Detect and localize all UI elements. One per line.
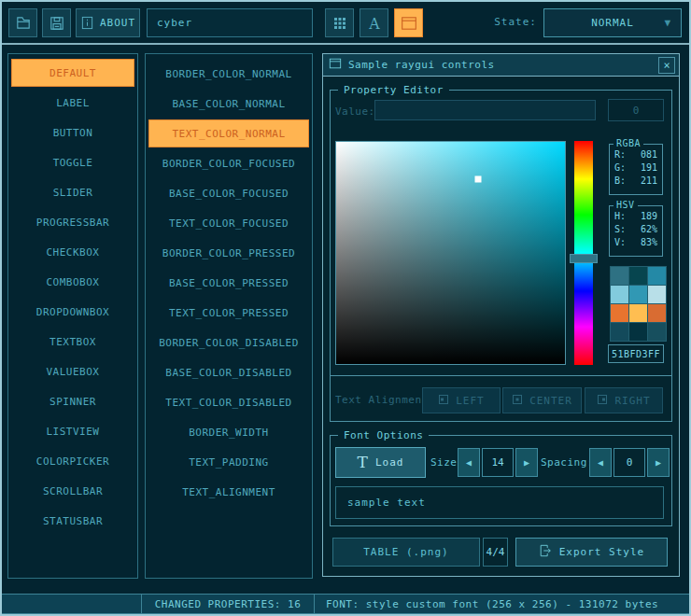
list-item-spinner[interactable]: SPINNER [11, 387, 134, 415]
prop-item-selected[interactable]: TEXT_COLOR_NORMAL [148, 119, 309, 147]
color-picker-cursor[interactable] [474, 176, 481, 183]
svg-text:A: A [368, 15, 380, 32]
size-increase-button[interactable]: ▶ [515, 448, 538, 477]
size-decrease-button[interactable]: ◀ [458, 448, 480, 477]
prop-item[interactable]: TEXT_COLOR_FOCUSED [148, 209, 309, 237]
property-editor-separator [330, 375, 672, 376]
prop-item[interactable]: BORDER_COLOR_FOCUSED [148, 149, 309, 177]
hsv-row-v: V:83% [610, 236, 662, 249]
state-dropdown-value: NORMAL [591, 17, 634, 29]
list-item-default[interactable]: DEFAULT [11, 59, 134, 87]
arrow-right-icon: ▶ [524, 457, 529, 468]
spacing-increase-button[interactable]: ▶ [647, 448, 670, 477]
font-options-label: Font Options [338, 429, 429, 441]
folder-open-icon [15, 15, 32, 32]
hue-slider-handle[interactable] [570, 254, 598, 263]
arrow-left-icon: ◀ [598, 457, 603, 468]
hsv-row-s: S:62% [610, 223, 662, 236]
prop-item[interactable]: BORDER_COLOR_PRESSED [148, 239, 309, 267]
controls-view-button[interactable] [394, 8, 423, 37]
font-load-label: Load [375, 456, 404, 469]
hsv-row-h: H:189 [610, 210, 662, 223]
prop-item[interactable]: TEXT_COLOR_DISABLED [148, 388, 309, 416]
palette-swatch[interactable] [629, 323, 647, 341]
list-item-checkbox[interactable]: CHECKBOX [11, 238, 134, 266]
about-button[interactable]: ABOUT [76, 8, 140, 37]
palette-swatch[interactable] [648, 323, 666, 341]
export-table-button[interactable]: TABLE (.png) [332, 538, 480, 567]
list-item-toggle[interactable]: TOGGLE [11, 148, 134, 176]
arrow-left-icon: ◀ [466, 457, 472, 468]
spacing-decrease-button[interactable]: ◀ [589, 448, 612, 477]
align-left-icon [438, 394, 449, 408]
properties-list: BORDER_COLOR_NORMAL BASE_COLOR_NORMAL TE… [145, 53, 313, 579]
style-name-input[interactable] [147, 8, 313, 37]
hex-color-value[interactable]: 51BFD3FF [608, 344, 664, 363]
align-right-icon [597, 394, 608, 408]
palette-swatch[interactable] [611, 304, 628, 322]
list-item-textbox[interactable]: TEXTBOX [11, 328, 134, 356]
list-item-listview[interactable]: LISTVIEW [11, 417, 134, 445]
palette-swatch[interactable] [611, 267, 628, 285]
value-label: Value: [335, 105, 375, 118]
spacing-label: Spacing: [541, 456, 594, 469]
palette-swatch[interactable] [648, 304, 666, 322]
prop-item[interactable]: BORDER_COLOR_NORMAL [148, 60, 309, 88]
font-t-icon: T [358, 455, 369, 470]
palette-swatch[interactable] [611, 286, 628, 303]
prop-item[interactable]: BASE_COLOR_DISABLED [148, 358, 309, 386]
list-item-label[interactable]: LABEL [11, 89, 134, 117]
list-item-slider[interactable]: SLIDER [11, 178, 134, 206]
list-item-dropdownbox[interactable]: DROPDOWNBOX [11, 298, 134, 326]
info-icon [80, 16, 94, 30]
color-saturation-value-picker[interactable] [335, 141, 566, 365]
palette-swatch[interactable] [611, 323, 628, 341]
export-format-pages[interactable]: 4/4 [483, 538, 508, 567]
style-color-palette [610, 266, 667, 342]
grid-view-button[interactable] [325, 8, 354, 37]
hue-slider[interactable] [574, 141, 593, 365]
list-item-progressbar[interactable]: PROGRESSBAR [11, 208, 134, 236]
list-item-colorpicker[interactable]: COLORPICKER [11, 447, 134, 475]
grid-icon [332, 16, 347, 31]
prop-item[interactable]: BASE_COLOR_NORMAL [148, 90, 309, 118]
spacing-value-box[interactable]: 0 [613, 448, 645, 477]
hsv-label: HSV [613, 200, 638, 210]
list-item-button[interactable]: BUTTON [11, 119, 134, 147]
palette-swatch[interactable] [648, 267, 666, 285]
list-item-scrollbar[interactable]: SCROLLBAR [11, 477, 134, 505]
value-spinner: 0 [608, 99, 664, 121]
prop-item[interactable]: BASE_COLOR_PRESSED [148, 269, 309, 297]
prop-item[interactable]: TEXT_PADDING [148, 448, 309, 476]
open-file-button[interactable] [8, 8, 37, 37]
palette-swatch[interactable] [629, 304, 647, 322]
list-item-valuebox[interactable]: VALUEBOX [11, 357, 134, 385]
list-item-combobox[interactable]: COMBOBOX [11, 268, 134, 296]
prop-item[interactable]: BASE_COLOR_FOCUSED [148, 179, 309, 207]
font-load-button[interactable]: T Load [335, 447, 426, 478]
sample-window-titlebar[interactable]: Sample raygui controls [323, 54, 679, 77]
statusbar-changed-properties: CHANGED PROPERTIES: 16 [141, 594, 315, 614]
align-left-button: LEFT [422, 387, 501, 413]
palette-swatch[interactable] [629, 267, 647, 285]
size-value-box[interactable]: 14 [482, 448, 514, 477]
save-file-button[interactable] [42, 8, 71, 37]
align-center-icon [512, 394, 523, 408]
rguistyler-app: ABOUT A State: NORMAL ▼ [0, 0, 691, 616]
prop-item[interactable]: BORDER_WIDTH [148, 418, 309, 446]
prop-item[interactable]: BORDER_COLOR_DISABLED [148, 329, 309, 357]
statusbar-left [0, 594, 142, 614]
font-view-button[interactable]: A [360, 8, 388, 37]
chevron-down-icon: ▼ [664, 17, 671, 29]
rgba-row-g: G:191 [610, 161, 662, 175]
palette-swatch[interactable] [629, 286, 647, 303]
sample-text-input[interactable]: sample text [335, 486, 664, 519]
prop-item[interactable]: TEXT_ALIGNMENT [148, 478, 309, 506]
palette-swatch[interactable] [648, 286, 666, 303]
prop-item[interactable]: TEXT_COLOR_PRESSED [148, 299, 309, 327]
sample-controls-window: Sample raygui controls × Property Editor… [322, 53, 680, 577]
state-dropdown[interactable]: NORMAL ▼ [543, 8, 682, 37]
export-style-button[interactable]: Export Style [515, 538, 668, 567]
list-item-statusbar[interactable]: STATUSBAR [11, 507, 134, 535]
close-icon[interactable]: × [658, 57, 675, 74]
